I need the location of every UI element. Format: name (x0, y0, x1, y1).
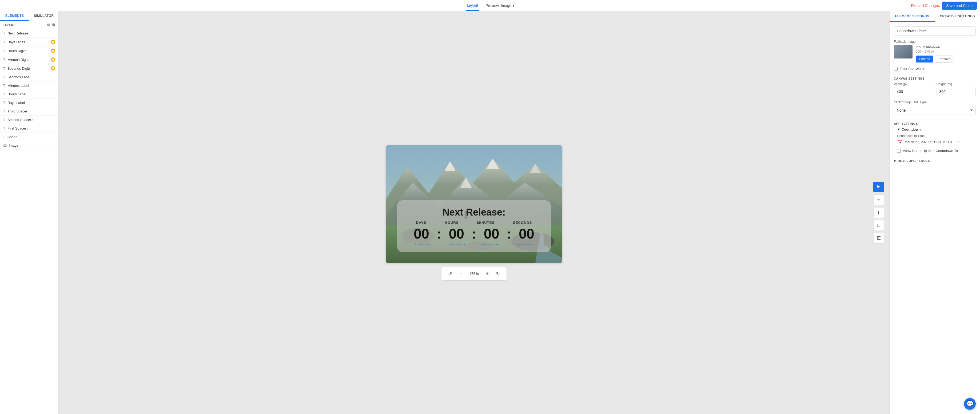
filter-bad-words-checkbox[interactable] (894, 67, 897, 71)
layer-item[interactable]: TNext Release: (0, 29, 59, 38)
developer-tools-header[interactable]: ▶ DEVELOPER TOOLS (894, 156, 976, 165)
height-col: Height (px) (937, 82, 976, 96)
layer-item[interactable]: TMinutes Digits (0, 55, 59, 64)
left-tabs: ELEMENTS SIMULATOR (0, 11, 59, 21)
colon-3: : (506, 226, 512, 242)
image-tool-button[interactable]: 🖼 (873, 233, 884, 244)
rotate-button[interactable]: ↻ (494, 270, 502, 278)
discard-changes-button[interactable]: Discard Changes (911, 3, 940, 8)
layers-label: LAYERS (3, 24, 16, 27)
label-minutes: MINUTES (477, 221, 495, 225)
dots-hours: •••••••••• (449, 243, 466, 246)
developer-tools-label: DEVELOPER TOOLS (898, 159, 930, 162)
layer-item[interactable]: THours Digits (0, 46, 59, 55)
layer-item[interactable]: TThird Spacer : (0, 107, 59, 116)
layer-item[interactable]: TSeconds Digits (0, 64, 59, 73)
layer-item[interactable]: □Shape (0, 133, 59, 141)
text-icon: T (3, 40, 5, 44)
countdown-subsection-title[interactable]: ▼ Countdown (897, 128, 976, 131)
tab-layout[interactable]: Layout (466, 0, 479, 11)
layer-item[interactable]: TDays Label (0, 99, 59, 107)
top-bar: Layout Preview: Image ▾ Discard Changes … (0, 0, 980, 11)
layer-badge (51, 66, 55, 70)
app-settings-header[interactable]: APP SETTINGS (894, 119, 976, 128)
element-name-group (894, 26, 976, 35)
label-days: DAYS (416, 221, 426, 225)
element-name-input[interactable] (894, 26, 976, 35)
layer-badge (51, 58, 55, 62)
layers-header: LAYERS ⧉ 🗑 (0, 21, 59, 29)
save-and-close-button[interactable]: Save and Close (942, 2, 977, 10)
text-icon: T (3, 126, 5, 130)
layer-item[interactable]: TDays Digits (0, 38, 59, 46)
digit-seconds: 00 (512, 226, 541, 242)
fallback-info: mountains-hike-... 500 × 275 px Change R… (916, 45, 976, 62)
select-tool-button[interactable] (873, 182, 884, 192)
zoom-display: 175% (467, 272, 481, 276)
layer-list: TNext Release:TDays DigitsTHours DigitsT… (0, 29, 59, 414)
layer-item[interactable]: TSecond Spacer : (0, 116, 59, 124)
allow-count-up-row: Allow Count Up after Countdown To (897, 149, 976, 153)
layer-name: First Spacer : (8, 126, 55, 130)
dots-seconds: •••••••••• (515, 243, 533, 246)
fallback-image-row: mountains-hike-... 500 × 275 px Change R… (894, 45, 976, 62)
reset-button[interactable]: ↺ (446, 270, 454, 278)
arrow-right-icon: ▶ (894, 159, 896, 162)
layer-badge (51, 49, 55, 53)
countdown-labels: DAYS HOURS MINUTES SECONDS (407, 221, 541, 225)
layer-name: Third Spacer : (8, 109, 55, 113)
filter-bad-words-label: Filter Bad Words (900, 67, 926, 71)
chat-button[interactable]: 💬 (964, 398, 976, 410)
countdown-subsection: ▼ Countdown Countdown to Time 📅 March 27… (897, 128, 976, 153)
remove-image-button[interactable]: Remove (935, 56, 954, 62)
layer-item[interactable]: TSeconds Label (0, 73, 59, 82)
countdown-title: Next Release: (407, 207, 541, 218)
width-input[interactable] (894, 87, 933, 96)
top-bar-right: Discard Changes Save and Close (911, 0, 980, 11)
zoom-out-button[interactable]: − (457, 270, 465, 278)
allow-count-up-checkbox[interactable] (897, 149, 901, 153)
layer-name: Days Label (8, 101, 55, 105)
colon-2: : (471, 226, 477, 242)
layer-item[interactable]: 🖼Image (0, 141, 59, 150)
text-icon: T (3, 75, 5, 79)
tab-element-settings[interactable]: ELEMENT SETTINGS (889, 11, 935, 22)
fallback-dimensions: 500 × 275 px (916, 50, 976, 53)
fallback-btns: Change Remove (916, 56, 976, 62)
layers-header-icons: ⧉ 🗑 (47, 23, 56, 27)
layer-item[interactable]: TMinutes Label (0, 82, 59, 90)
layer-item[interactable]: TFirst Spacer : (0, 124, 59, 133)
shape-tool-button[interactable]: □ (873, 220, 884, 231)
text-icon: T (3, 84, 5, 88)
text-icon: T (3, 92, 5, 96)
countdown-overlay: Next Release: DAYS HOURS MINUTES SECONDS… (397, 200, 551, 252)
countdown-to-time-group: Countdown to Time 📅 March 27, 2020 at 1:… (897, 134, 976, 144)
countdown-dots-row: •••••••••• •••••••••• •••••••••• •••••••… (407, 242, 541, 246)
delete-icon[interactable]: 🗑 (52, 23, 56, 27)
text-icon: □ (3, 135, 5, 139)
text-tool-button[interactable]: T (873, 207, 884, 218)
tab-creative-settings[interactable]: CREATIVE SETTINGS (935, 11, 980, 22)
move-tool-button[interactable]: ✛ (873, 195, 884, 205)
tab-simulator[interactable]: SIMULATOR (29, 11, 59, 21)
fallback-image-group: Fallback Image mountains-hike-... 500 × … (894, 40, 976, 62)
copy-icon[interactable]: ⧉ (47, 23, 50, 27)
arrow-down-icon: ▼ (897, 128, 900, 131)
text-icon: T (3, 58, 5, 62)
preview-dropdown[interactable]: Preview: Image ▾ (485, 3, 514, 8)
tab-elements[interactable]: ELEMENTS (0, 11, 29, 21)
clickthrough-select[interactable]: None (894, 106, 976, 115)
calendar-icon: 📅 (897, 139, 902, 144)
text-icon: T (3, 67, 5, 70)
zoom-in-button[interactable]: + (483, 270, 492, 278)
countdown-to-time-label: Countdown to Time (897, 134, 976, 138)
left-panel: ELEMENTS SIMULATOR LAYERS ⧉ 🗑 TNext Rele… (0, 11, 59, 414)
fallback-thumbnail (894, 45, 913, 59)
digit-hours: 00 (442, 226, 471, 242)
height-input[interactable] (937, 87, 976, 96)
right-panel: ELEMENT SETTINGS CREATIVE SETTINGS Fallb… (889, 11, 980, 414)
change-image-button[interactable]: Change (916, 56, 933, 62)
layer-item[interactable]: THours Label (0, 90, 59, 99)
layer-name: Hours Digits (8, 49, 49, 53)
digit-days: 00 (407, 226, 436, 242)
